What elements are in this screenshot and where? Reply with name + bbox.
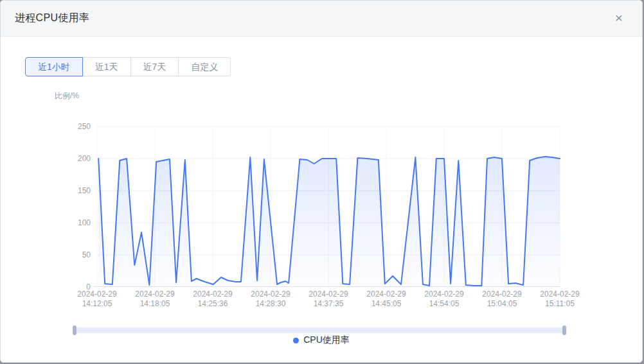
tab-range-1[interactable]: 近1天 xyxy=(82,57,131,76)
y-tick-label: 100 xyxy=(61,218,91,227)
x-tick-label: 2024-02-2914:54:05 xyxy=(415,290,474,309)
datazoom-slider[interactable] xyxy=(75,327,564,333)
tab-range-3[interactable]: 自定义 xyxy=(178,57,231,76)
x-tick-label: 2024-02-2914:45:05 xyxy=(357,290,416,309)
tab-range-2[interactable]: 近7天 xyxy=(130,57,179,76)
dialog-title: 进程CPU使用率 xyxy=(15,12,89,25)
close-icon[interactable]: × xyxy=(610,10,628,28)
dialog-header: 进程CPU使用率 xyxy=(1,1,642,37)
time-range-tabs: 近1小时近1天近7天自定义 xyxy=(25,57,231,76)
cpu-usage-line-chart xyxy=(97,126,560,287)
legend-dot-icon xyxy=(293,338,299,343)
chart-legend[interactable]: CPU使用率 xyxy=(1,334,642,346)
x-tick-label: 2024-02-2914:37:35 xyxy=(299,290,358,309)
datazoom-right-handle[interactable] xyxy=(562,325,566,335)
y-tick-label: 150 xyxy=(61,186,91,195)
x-tick-label: 2024-02-2915:04:05 xyxy=(472,290,532,309)
y-tick-label: 200 xyxy=(61,154,91,163)
tab-range-0[interactable]: 近1小时 xyxy=(25,57,83,76)
x-tick-label: 2024-02-2914:28:30 xyxy=(241,290,300,309)
x-tick-label: 2024-02-2915:11:05 xyxy=(530,290,589,309)
x-tick-label: 2024-02-2914:25:36 xyxy=(183,290,242,309)
y-axis-title: 比例/% xyxy=(55,91,79,101)
y-tick-label: 250 xyxy=(61,122,91,131)
legend-label: CPU使用率 xyxy=(303,334,350,346)
dialog-process-cpu-usage: 进程CPU使用率 × 近1小时近1天近7天自定义 比例/% 0501001502… xyxy=(0,0,643,363)
y-tick-label: 50 xyxy=(61,250,91,259)
datazoom-left-handle[interactable] xyxy=(73,325,76,335)
page-backdrop: 进程CPU使用率 × 近1小时近1天近7天自定义 比例/% 0501001502… xyxy=(0,0,644,364)
x-tick-label: 2024-02-2914:18:05 xyxy=(125,290,184,309)
x-tick-label: 2024-02-2914:12:05 xyxy=(67,290,127,309)
